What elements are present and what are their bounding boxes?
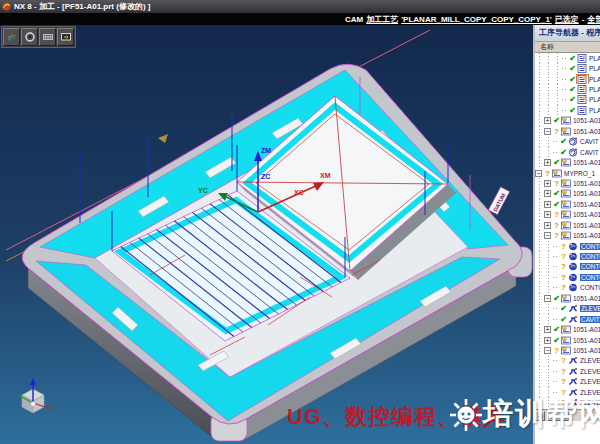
tree-row[interactable]: ✔CAVIT <box>535 147 600 157</box>
tree-row[interactable]: ✔PLANA <box>535 105 600 115</box>
expand-icon[interactable]: + <box>544 180 551 187</box>
tree-row[interactable]: +✔1051-A01 <box>535 324 600 334</box>
tree-row[interactable]: −✔1051-A01 <box>535 293 600 303</box>
tree-row-label[interactable]: CONTO <box>580 274 600 281</box>
tree-guide <box>535 293 544 303</box>
tree-guide <box>535 74 544 84</box>
expand-icon[interactable]: + <box>544 190 551 197</box>
navigator-title[interactable]: 工序导航器 - 程序顺序 <box>535 25 600 42</box>
tree-row[interactable]: −?1051-A01 <box>535 345 600 355</box>
tree-row[interactable]: +✔1051-A01 <box>535 157 600 167</box>
tree-row[interactable]: ?CONTO <box>535 251 600 261</box>
tree-row-label[interactable]: CAVIT <box>580 138 599 145</box>
collapse-icon[interactable]: − <box>544 295 551 302</box>
expand-icon[interactable]: + <box>544 211 551 218</box>
expand-icon[interactable]: + <box>544 117 551 124</box>
contour-op-icon <box>568 252 579 261</box>
tree-row-label[interactable]: CONTO <box>580 243 600 250</box>
tree-row-label[interactable]: 1051-A01 <box>573 201 600 208</box>
tree-row-label[interactable]: CAVIT <box>580 316 600 323</box>
tree-row[interactable]: +✔1051-A01 <box>535 189 600 199</box>
expand-icon[interactable]: + <box>544 222 551 229</box>
tree-guide <box>544 356 553 366</box>
tree-row[interactable]: ✔ZLEVE <box>535 304 600 314</box>
tree-row[interactable]: +✔1051-A01 <box>535 199 600 209</box>
tree-row[interactable]: ✔PLANA <box>535 84 600 94</box>
toolbar-button-4[interactable] <box>57 28 74 46</box>
toolbar-button-2[interactable] <box>21 28 38 46</box>
tree-row-label[interactable]: 1051-A01 <box>573 128 600 135</box>
expand-icon[interactable]: + <box>544 159 551 166</box>
tree-row-label[interactable]: PLANA <box>589 107 600 114</box>
tree-row[interactable]: +?1051-A01 <box>535 178 600 188</box>
tree-guide <box>535 272 544 282</box>
expand-icon[interactable]: + <box>544 201 551 208</box>
tree-row-label[interactable]: PLANA <box>589 86 600 93</box>
toolbar-button-3[interactable] <box>39 28 56 46</box>
tree-row[interactable]: ?CONTO <box>535 283 600 293</box>
tree-row[interactable]: ?CONTO <box>535 241 600 251</box>
contour-op-icon <box>568 242 579 251</box>
tree-row[interactable]: +✔1051-A01 <box>535 116 600 126</box>
tree-row-label[interactable]: CONTO <box>580 263 600 270</box>
tree-row[interactable]: −?1051-A01 <box>535 230 600 240</box>
tree-row-label[interactable]: ZLEVE <box>580 357 600 364</box>
tree-row[interactable]: ?ZLEVE <box>535 377 600 387</box>
expand-icon[interactable]: + <box>544 337 551 344</box>
tree-row-label[interactable]: PLANA <box>589 55 600 62</box>
tree-row-label[interactable]: 1051-A01 <box>573 159 600 166</box>
tree-guide <box>544 272 553 282</box>
toolbar-button-1[interactable] <box>3 28 20 46</box>
tree-row[interactable]: ?ZLEVE <box>535 366 600 376</box>
tree-row[interactable]: ?CONTO <box>535 272 600 282</box>
tree-row-label[interactable]: CONTO <box>580 284 600 291</box>
tree-row[interactable]: ✔PLANA <box>535 74 600 84</box>
tree-row[interactable]: ✔PLANA <box>535 53 600 63</box>
collapse-icon[interactable]: − <box>535 170 542 177</box>
tree-row-label[interactable]: 1051-A01 <box>573 295 600 302</box>
regenerate-status-icon: ? <box>559 377 568 386</box>
tree-row-label[interactable]: 1051-A01 <box>573 180 600 187</box>
collapse-icon[interactable]: − <box>544 128 551 135</box>
tree-row-label[interactable]: 1051-A01 <box>573 232 600 239</box>
tree-row-label[interactable]: PLANA <box>589 76 600 83</box>
status-link[interactable]: 加工工艺 <box>366 14 398 25</box>
tree-guide <box>544 95 553 105</box>
expand-icon[interactable]: + <box>544 326 551 333</box>
name-column-header[interactable]: 名称 <box>535 42 600 53</box>
tree-row-label[interactable]: CONTO <box>580 253 600 260</box>
tree-row-label[interactable]: 1051-A01 <box>573 117 600 124</box>
watermark-logo-text: 培训帮网 <box>483 394 600 435</box>
tree-row[interactable]: ✔PLANA <box>535 95 600 105</box>
tree-row-label[interactable]: MYPRO_1 <box>564 170 595 177</box>
tree-row-label[interactable]: 1051-A01 <box>573 211 600 218</box>
tree-guide <box>544 304 553 314</box>
tree-row-label[interactable]: ZLEVE <box>580 368 600 375</box>
collapse-icon[interactable]: − <box>544 232 551 239</box>
tree-row-label[interactable]: PLANA <box>589 65 600 72</box>
tree-row[interactable]: ✔CAVIT <box>535 314 600 324</box>
tree-row[interactable]: ✔PLANA <box>535 63 600 73</box>
tree-row-label[interactable]: 1051-A01 <box>573 190 600 197</box>
3d-viewport[interactable]: ZM ZC XM XC YC DATUM <box>0 25 533 444</box>
tree-guide <box>535 116 544 126</box>
check-status-icon: ✔ <box>559 137 568 146</box>
zlevel-op-icon <box>568 315 579 324</box>
tree-row[interactable]: −?MYPRO_1 <box>535 168 600 178</box>
tree-row[interactable]: ?CONTO <box>535 262 600 272</box>
tree-row-label[interactable]: PLANA <box>589 96 600 103</box>
tree-row[interactable]: ?ZLEVE <box>535 356 600 366</box>
tree-row[interactable]: +?1051-A01 <box>535 220 600 230</box>
tree-row[interactable]: −?1051-A01 <box>535 126 600 136</box>
tree-row[interactable]: ✔CAVIT <box>535 137 600 147</box>
tree-row-label[interactable]: 1051-A01 <box>573 347 600 354</box>
tree-row[interactable]: +?1051-A01 <box>535 210 600 220</box>
tree-row-label[interactable]: ZLEVE <box>580 305 600 312</box>
tree-row-label[interactable]: 1051-A01 <box>573 222 600 229</box>
collapse-icon[interactable]: − <box>544 347 551 354</box>
tree-row-label[interactable]: 1051-A01 <box>573 337 600 344</box>
tree-row-label[interactable]: CAVIT <box>580 149 599 156</box>
tree-row-label[interactable]: 1051-A01 <box>573 326 600 333</box>
tree-row[interactable]: +✔1051-A01 <box>535 335 600 345</box>
tree-row-label[interactable]: ZLEVE <box>580 378 600 385</box>
